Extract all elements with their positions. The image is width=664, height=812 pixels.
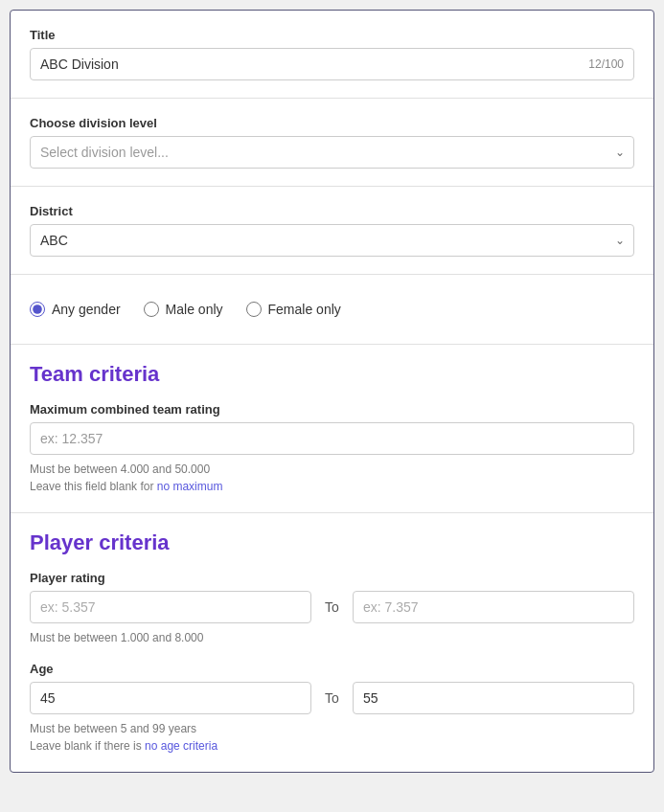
gender-female-text: Female only [268,302,341,317]
division-select[interactable]: Select division level... Level 1 Level 2… [30,136,634,169]
gender-female-label[interactable]: Female only [246,302,341,317]
no-maximum-link[interactable]: no maximum [157,480,223,493]
age-from-input[interactable] [30,682,311,714]
title-input-wrapper: 12/100 [30,48,634,80]
gender-any-text: Any gender [52,302,121,317]
gender-male-text: Male only [166,302,223,317]
age-label: Age [30,662,634,676]
district-label: District [30,204,634,218]
title-label: Title [30,28,634,42]
district-section: District ABC DEF GHI ⌄ [11,186,653,274]
title-section: Title 12/100 [11,11,653,98]
gender-male-radio[interactable] [144,302,159,317]
district-select[interactable]: ABC DEF GHI [30,224,634,257]
age-hint-line1: Must be between 5 and 99 years [30,720,634,737]
age-to-label: To [325,690,339,706]
player-criteria-title: Player criteria [30,530,634,555]
age-hint: Must be between 5 and 99 years Leave bla… [30,720,634,755]
gender-section: Any gender Male only Female only [11,274,653,344]
player-rating-range: To [30,591,634,623]
division-section: Choose division level Select division le… [11,98,653,186]
district-select-wrapper: ABC DEF GHI ⌄ [30,224,634,257]
player-rating-to-input[interactable] [353,591,634,623]
team-rating-hint-line1: Must be between 4.000 and 50.000 [30,461,634,478]
gender-female-radio[interactable] [246,302,262,317]
team-rating-hint: Must be between 4.000 and 50.000 Leave t… [30,461,634,495]
form-container: Title 12/100 Choose division level Selec… [10,10,654,773]
team-criteria-section: Team criteria Maximum combined team rati… [11,344,653,512]
char-count: 12/100 [588,57,624,71]
team-rating-hint-line2: Leave this field blank for no maximum [30,478,634,495]
player-criteria-section: Player criteria Player rating To Must be… [11,512,653,772]
gender-male-label[interactable]: Male only [144,302,223,317]
player-rating-from-input[interactable] [30,591,311,623]
rating-to-label: To [325,599,339,615]
player-rating-label: Player rating [30,571,634,585]
team-criteria-title: Team criteria [30,362,634,387]
age-group: Age To Must be between 5 and 99 years Le… [30,662,634,755]
gender-radio-group: Any gender Male only Female only [30,292,634,327]
gender-any-label[interactable]: Any gender [30,302,121,317]
player-rating-hint: Must be between 1.000 and 8.000 [30,629,634,646]
max-rating-label: Maximum combined team rating [30,402,634,417]
no-age-criteria-link[interactable]: no age criteria [145,739,218,753]
title-input[interactable] [40,56,588,72]
age-range: To [30,682,634,714]
division-select-wrapper: Select division level... Level 1 Level 2… [30,136,634,169]
age-hint-line2: Leave blank if there is no age criteria [30,737,634,755]
division-label: Choose division level [30,116,634,130]
age-to-input[interactable] [353,682,634,714]
gender-any-radio[interactable] [30,302,45,317]
max-rating-input[interactable] [30,422,634,455]
